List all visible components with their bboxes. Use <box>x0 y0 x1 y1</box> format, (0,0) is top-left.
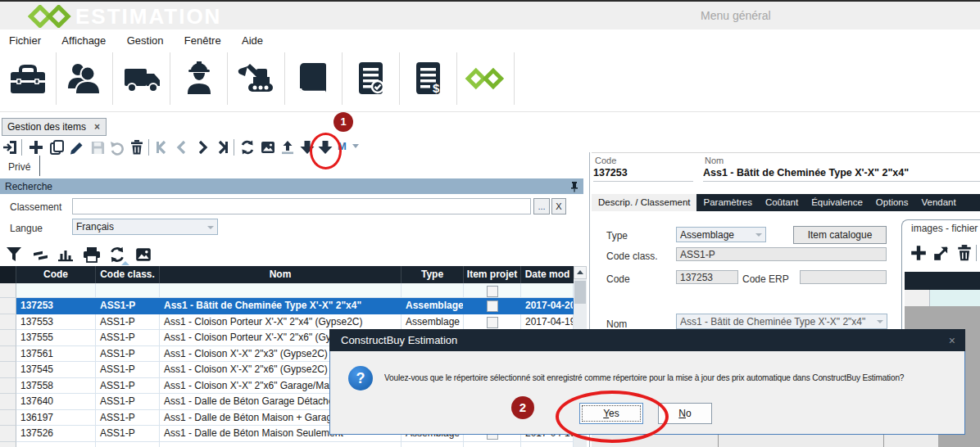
clear-filter-button[interactable] <box>30 245 50 264</box>
plus-icon <box>910 244 928 262</box>
save-button[interactable] <box>88 138 107 156</box>
tab-gestion-des-items[interactable]: Gestion des items × <box>2 118 107 136</box>
chevron-down-icon[interactable] <box>352 144 359 148</box>
print-button[interactable] <box>82 245 102 264</box>
menu-fenetre[interactable]: Fenêtre <box>184 34 221 47</box>
resources-button[interactable] <box>57 52 113 105</box>
code-erp-input[interactable] <box>800 270 887 284</box>
copy-item-button[interactable] <box>48 138 66 156</box>
row-header-cell[interactable] <box>0 442 16 447</box>
menu-aide[interactable]: Aide <box>242 34 263 47</box>
item-projet-checkbox[interactable] <box>487 317 498 328</box>
equipment-button[interactable] <box>229 52 285 105</box>
catalogue-button[interactable] <box>286 52 343 105</box>
table-header-row: Code Code class. Nom Type Item projet Da… <box>0 266 574 283</box>
add-image-button[interactable] <box>910 244 928 262</box>
item-catalogue-button[interactable]: Item catalogue <box>793 226 887 244</box>
column-header-date-mod[interactable]: Date mod <box>521 266 574 283</box>
column-header-type[interactable]: Type <box>402 266 464 283</box>
column-header-code-class[interactable]: Code class. <box>96 266 160 283</box>
code-class-cell: ASS1-P <box>96 378 160 395</box>
column-header-nom[interactable]: Nom <box>160 266 402 283</box>
pin-icon[interactable] <box>570 181 578 192</box>
tab-parametres[interactable]: Paramètres <box>696 194 758 211</box>
previous-record-button[interactable] <box>173 138 191 156</box>
classement-input[interactable] <box>72 198 531 214</box>
row-header-cell[interactable] <box>0 394 16 410</box>
nom2-select[interactable]: Ass1 - Bâtit de Cheminée Type X'-X" 2"x4… <box>676 314 887 329</box>
row-header-cell[interactable] <box>0 346 16 363</box>
menu-gestion[interactable]: Gestion <box>127 34 164 47</box>
column-header-code[interactable]: Code <box>16 266 96 283</box>
scrollbar-up-button[interactable] <box>574 266 587 279</box>
tab-vendant[interactable]: Vendant <box>915 194 963 211</box>
show-images-button[interactable] <box>134 245 153 264</box>
prive-tab[interactable]: Privé <box>8 161 30 173</box>
import-button[interactable] <box>279 138 297 156</box>
scrollbar-thumb[interactable] <box>574 281 586 304</box>
menu-affichage[interactable]: Affichage <box>61 34 106 47</box>
tab-coutant[interactable]: Coûtant <box>759 194 805 211</box>
code-class-cell: ASS1-P <box>96 314 160 331</box>
row-header-cell[interactable] <box>0 283 16 298</box>
classement-clear-button[interactable]: X <box>551 198 566 214</box>
langue-label: Langue <box>10 223 43 234</box>
menu-fichier[interactable]: Fichier <box>9 34 41 47</box>
column-header-item-projet[interactable]: Item projet <box>464 266 521 283</box>
row-header-cell[interactable] <box>0 362 16 378</box>
toolbar-divider <box>148 139 149 156</box>
row-header-cell[interactable] <box>0 298 16 314</box>
code-cell: 137555 <box>16 330 96 346</box>
row-header-cell[interactable] <box>0 426 16 442</box>
pricing-button[interactable]: $ <box>401 52 457 105</box>
code2-input[interactable]: 137253 <box>676 270 738 284</box>
first-record-button[interactable] <box>153 138 171 156</box>
row-header-cell[interactable] <box>0 314 16 331</box>
workers-button[interactable] <box>171 52 228 105</box>
item-projet-checkbox[interactable] <box>487 286 498 297</box>
dialog-close-icon[interactable]: × <box>949 334 955 347</box>
item-projet-checkbox[interactable] <box>487 300 498 312</box>
row-header-cell[interactable] <box>0 330 16 346</box>
statistics-button[interactable] <box>56 245 75 264</box>
dialog-titlebar[interactable]: ConstructBuy Estimation × <box>329 329 965 351</box>
tab-close-icon[interactable]: × <box>94 121 100 133</box>
estimates-button[interactable] <box>343 52 400 105</box>
exit-button[interactable] <box>2 138 20 156</box>
add-item-button[interactable] <box>27 138 45 156</box>
refresh-button[interactable] <box>238 138 256 156</box>
type-select[interactable]: Assemblage <box>676 227 766 242</box>
undo-button[interactable] <box>108 138 126 156</box>
classement-browse-button[interactable]: ... <box>533 198 550 214</box>
langue-select[interactable]: Français <box>72 219 218 235</box>
last-record-button[interactable] <box>213 138 231 156</box>
constructbuy-button[interactable] <box>458 52 515 105</box>
next-record-button[interactable] <box>193 138 211 156</box>
row-header-cell[interactable] <box>0 410 16 427</box>
edit-item-button[interactable] <box>68 138 86 156</box>
filter-button[interactable] <box>4 245 24 264</box>
delete-item-button[interactable] <box>128 138 146 156</box>
row-header-cell[interactable] <box>0 378 16 395</box>
image-button[interactable] <box>259 138 277 156</box>
open-arrow-icon <box>932 244 951 262</box>
table-filter-row[interactable] <box>0 283 574 298</box>
table-row[interactable] <box>0 442 574 447</box>
code-class-input[interactable]: ASS1-P <box>676 247 887 261</box>
delete-image-button[interactable] <box>955 244 973 262</box>
images-table-header <box>905 272 980 290</box>
clear-filter-icon <box>31 246 49 264</box>
detail-nom-value: Ass1 - Bâtit de Cheminée Type X'-X" 2"x4… <box>703 167 980 182</box>
images-table-row[interactable] <box>930 290 980 306</box>
open-image-button[interactable] <box>932 244 951 262</box>
table-row[interactable]: 137253ASS1-PAss1 - Bâtit de Cheminée Typ… <box>0 298 574 314</box>
code-cell <box>16 283 96 298</box>
tab-equivalence[interactable]: Équivalence <box>805 194 869 211</box>
tab-options[interactable]: Options <box>869 194 915 211</box>
suppliers-button[interactable] <box>114 52 170 105</box>
toolbox-button[interactable] <box>0 52 57 105</box>
tab-descrip-classement[interactable]: Descrip. / Classement <box>592 194 696 211</box>
date-cell: 2017-04-20 <box>521 298 574 314</box>
nom-cell <box>160 283 402 298</box>
table-row[interactable]: 137553ASS1-PAss1 - Cloison Porteur X'-X"… <box>0 314 574 331</box>
